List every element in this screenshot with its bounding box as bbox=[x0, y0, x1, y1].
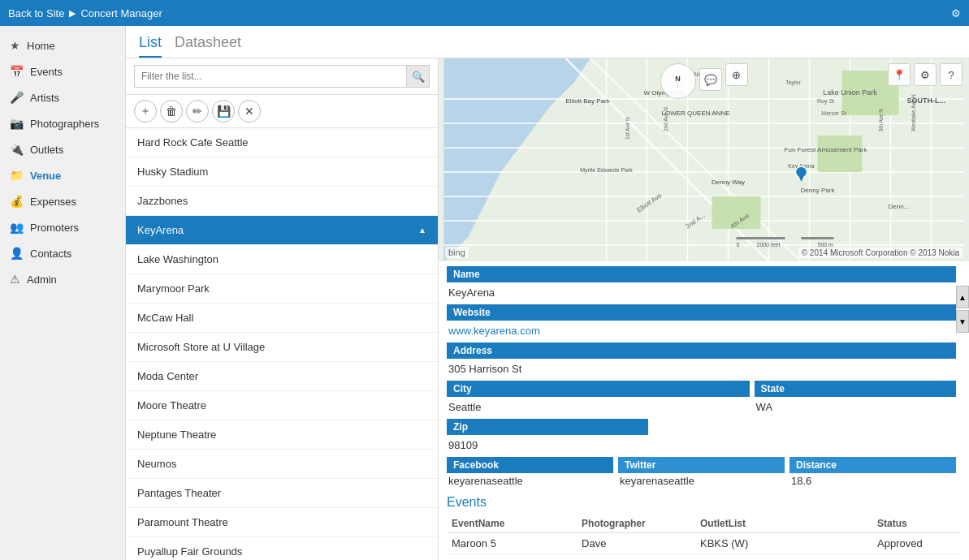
event-event: Maroon 5 bbox=[447, 533, 577, 554]
venue-name: Microsoft Store at U Village bbox=[137, 341, 265, 353]
venue-item-mccaw[interactable]: McCaw Hall bbox=[126, 304, 438, 333]
zip-value: 98109 bbox=[447, 437, 648, 454]
city-label: City bbox=[447, 381, 750, 397]
main-content: List Datasheet 🔍 ＋🗑✏💾✕ bbox=[126, 26, 969, 560]
sidebar-item-outlets[interactable]: 🔌 Outlets bbox=[0, 136, 125, 162]
save-icon: 💾 bbox=[217, 105, 231, 118]
venue-item-marymoor[interactable]: Marymoor Park bbox=[126, 274, 438, 304]
venue-item-husky[interactable]: Husky Stadium bbox=[126, 157, 438, 187]
website-value[interactable]: www.keyarena.com bbox=[447, 322, 956, 339]
map-chat-button[interactable]: 💬 bbox=[699, 68, 722, 91]
search-button[interactable]: 🔍 bbox=[407, 65, 430, 88]
sidebar-item-admin[interactable]: ⚠ Admin bbox=[0, 266, 125, 292]
twitter-label: Twitter bbox=[618, 457, 785, 473]
save-button[interactable]: 💾 bbox=[212, 100, 235, 123]
venue-item-neumos[interactable]: Neumos bbox=[126, 450, 438, 479]
facebook-field: Facebook keyarenaseattle bbox=[447, 457, 613, 487]
sidebar-label-photographers: Photographers bbox=[30, 118, 99, 130]
sidebar-item-home[interactable]: ★ Home bbox=[0, 32, 125, 58]
events-table: EventNamePhotographerOutletListStatus Ma… bbox=[447, 515, 961, 560]
sidebar: ★ Home📅 Events🎤 Artists📷 Photographers🔌 … bbox=[0, 26, 126, 560]
svg-text:Mercer St: Mercer St bbox=[821, 110, 846, 116]
add-button[interactable]: ＋ bbox=[134, 100, 157, 123]
sidebar-item-expenses[interactable]: 💰 Expenses bbox=[0, 188, 125, 214]
twitter-field: Twitter keyarenaseattle bbox=[618, 457, 785, 487]
venue-name: Puyallup Fair Grounds bbox=[137, 545, 242, 558]
venue-item-neptune[interactable]: Neptune Theatre bbox=[126, 420, 438, 450]
name-field: Name KeyArena bbox=[447, 266, 956, 301]
venue-item-lakewashington[interactable]: Lake Washington bbox=[126, 245, 438, 274]
app-title: Concert Manager bbox=[80, 7, 162, 19]
list-panel: 🔍 ＋🗑✏💾✕ Hard Rock Cafe SeattleHusky Stad… bbox=[126, 58, 439, 560]
scroll-down-button[interactable]: ▼ bbox=[956, 310, 969, 333]
venue-item-keyarena[interactable]: KeyArena ▲ bbox=[126, 216, 438, 245]
venue-item-paramount[interactable]: Paramount Theatre bbox=[126, 508, 438, 537]
social-row: Facebook keyarenaseattle Twitter keyaren… bbox=[439, 457, 969, 492]
sidebar-label-admin: Admin bbox=[27, 274, 57, 286]
edit-button[interactable]: ✏ bbox=[186, 100, 209, 123]
venue-item-jazzbones[interactable]: Jazzbones bbox=[126, 187, 438, 216]
cancel-button[interactable]: ✕ bbox=[238, 100, 261, 123]
map-pin-button[interactable]: 📍 bbox=[888, 63, 911, 86]
zip-label: Zip bbox=[447, 419, 648, 435]
svg-text:Myrtle Edwards Park: Myrtle Edwards Park bbox=[580, 167, 633, 174]
sidebar-item-promoters[interactable]: 👥 Promoters bbox=[0, 214, 125, 240]
venue-name: Marymoor Park bbox=[137, 282, 210, 295]
venue-name: Paramount Theatre bbox=[137, 516, 228, 528]
events-table-body: Maroon 5DaveKBKS (W)ApprovedMuseDaveKKBW… bbox=[447, 533, 961, 561]
svg-text:9th Ave N: 9th Ave N bbox=[878, 109, 884, 131]
gear-icon[interactable]: ⚙ bbox=[951, 7, 961, 19]
svg-text:Elliott Bay Park: Elliott Bay Park bbox=[566, 97, 611, 105]
sidebar-label-contacts: Contacts bbox=[30, 248, 71, 260]
table-row: Maroon 5DaveKBKS (W)Approved bbox=[447, 533, 961, 554]
edit-icon: ✏ bbox=[193, 105, 202, 118]
table-row: MuseDaveKKBW (W)Approved bbox=[447, 554, 961, 561]
home-icon: ★ bbox=[10, 39, 20, 52]
sidebar-item-artists[interactable]: 🎤 Artists bbox=[0, 84, 125, 110]
event-outlet: KKBW (W) bbox=[695, 554, 872, 561]
tab-list[interactable]: List bbox=[139, 34, 162, 58]
sidebar-item-photographers[interactable]: 📷 Photographers bbox=[0, 110, 125, 136]
promoters-icon: 👥 bbox=[10, 221, 24, 234]
svg-rect-40 bbox=[737, 237, 785, 239]
scroll-up-button[interactable]: ▲ bbox=[956, 286, 969, 308]
venue-item-puyallup[interactable]: Puyallup Fair Grounds bbox=[126, 537, 438, 560]
venue-item-moda[interactable]: Moda Center bbox=[126, 362, 438, 391]
map-compass[interactable]: N ↑ bbox=[660, 63, 696, 99]
detail-panel: Lake Union Park W Olympic Pl Elliott Bay… bbox=[439, 58, 969, 560]
sidebar-label-outlets: Outlets bbox=[30, 144, 63, 156]
topbar: Back to Site ▶ Concert Manager ⚙ bbox=[0, 0, 969, 26]
sidebar-item-venue[interactable]: 📁 Venue bbox=[0, 162, 125, 188]
events-table-header: EventNamePhotographerOutletListStatus bbox=[447, 515, 961, 533]
venue-item-hardrock[interactable]: Hard Rock Cafe Seattle bbox=[126, 128, 438, 157]
venue-name: Husky Stadium bbox=[137, 166, 208, 178]
address-value: 305 Harrison St bbox=[447, 360, 956, 377]
svg-text:Lake Union Park: Lake Union Park bbox=[823, 88, 877, 97]
svg-text:SOUTH-L...: SOUTH-L... bbox=[907, 97, 946, 105]
city-state-row: City Seattle State WA bbox=[439, 381, 969, 419]
svg-text:500 m: 500 m bbox=[818, 242, 834, 248]
sidebar-item-events[interactable]: 📅 Events bbox=[0, 58, 125, 84]
website-field: Website www.keyarena.com bbox=[447, 304, 956, 339]
back-to-site-link[interactable]: Back to Site bbox=[8, 7, 64, 19]
venue-item-microsoft[interactable]: Microsoft Store at U Village bbox=[126, 333, 438, 362]
map-settings-button[interactable]: ⚙ bbox=[914, 63, 937, 86]
delete-button[interactable]: 🗑 bbox=[160, 100, 183, 123]
venue-item-moore[interactable]: Moore Theatre bbox=[126, 391, 438, 420]
cancel-icon: ✕ bbox=[244, 105, 254, 118]
events-col-photographer: Photographer bbox=[577, 515, 695, 533]
content-area: 🔍 ＋🗑✏💾✕ Hard Rock Cafe SeattleHusky Stad… bbox=[126, 58, 969, 560]
layout: ★ Home📅 Events🎤 Artists📷 Photographers🔌 … bbox=[0, 26, 969, 560]
expenses-icon: 💰 bbox=[10, 195, 24, 208]
address-label: Address bbox=[447, 342, 956, 359]
map-zoom-in-button[interactable]: ⊕ bbox=[725, 63, 748, 86]
venue-name: Lake Washington bbox=[137, 253, 218, 265]
map-help-button[interactable]: ? bbox=[940, 63, 963, 86]
state-value: WA bbox=[755, 398, 956, 416]
tab-datasheet[interactable]: Datasheet bbox=[175, 34, 241, 58]
sidebar-item-contacts[interactable]: 👤 Contacts bbox=[0, 240, 125, 266]
venue-item-pantages[interactable]: Pantages Theater bbox=[126, 479, 438, 508]
state-label: State bbox=[755, 381, 956, 397]
venue-name: KeyArena bbox=[137, 224, 184, 236]
search-input[interactable] bbox=[134, 65, 407, 88]
